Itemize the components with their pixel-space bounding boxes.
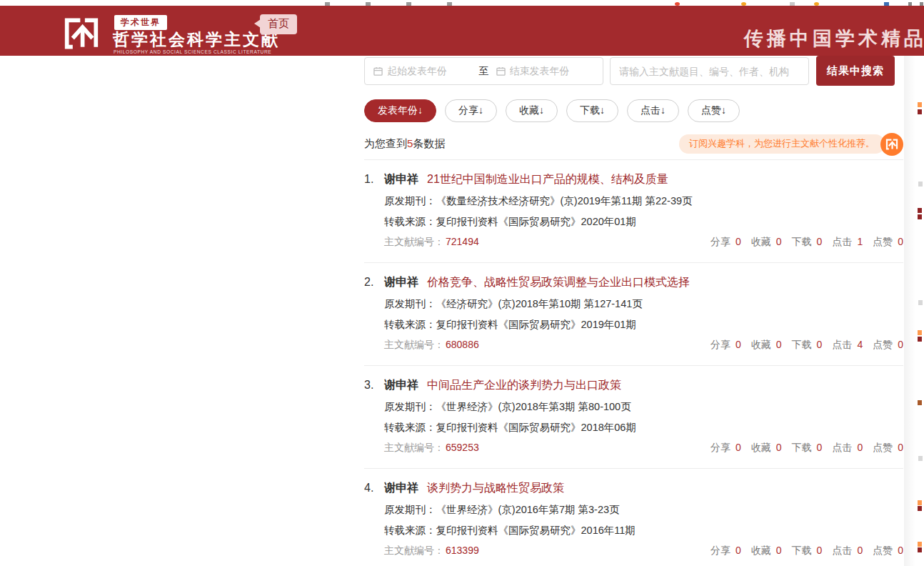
- end-year-field[interactable]: 结束发表年份: [510, 65, 595, 78]
- result-number: 4.: [364, 482, 384, 495]
- page-edge-artifact: [918, 506, 922, 511]
- result-author[interactable]: 谢申祥: [384, 378, 418, 393]
- result-item: 3. 谢申祥 中间品生产企业的谈判势力与出口政策 原发期刊：《世界经济》(京)2…: [364, 365, 903, 468]
- sort-download-button[interactable]: 下载↓: [566, 99, 618, 122]
- result-count-text: 为您查到5条数据: [364, 137, 445, 151]
- calendar-icon: [496, 66, 506, 76]
- bookmarks-bar: [0, 0, 924, 6]
- page-edge-artifact: [918, 400, 922, 405]
- page-edge-artifact: [918, 109, 922, 114]
- result-title-link[interactable]: 中间品生产企业的谈判势力与出口政策: [427, 378, 621, 393]
- result-title-link[interactable]: 谈判势力与战略性贸易政策: [427, 481, 564, 496]
- journal-value: 《世界经济》(京)2018年第3期 第80-100页: [436, 401, 631, 412]
- journal-value: 《数量经济技术经济研究》(京)2019年第11期 第22-39页: [436, 195, 693, 207]
- doc-id-label: 主文献编号：: [384, 442, 444, 455]
- site-logo-icon: [63, 17, 100, 50]
- result-stats: 分享0 收藏0 下载0 点击0 点赞0: [710, 442, 903, 455]
- result-title-link[interactable]: 价格竞争、战略性贸易政策调整与企业出口模式选择: [427, 275, 690, 290]
- to-label: 至: [479, 65, 489, 78]
- brand-badge: 学术世界: [114, 15, 167, 30]
- reprint-label: 转载来源：: [384, 525, 436, 536]
- keyword-search-input[interactable]: [610, 57, 809, 85]
- doc-id-label: 主文献编号：: [384, 545, 444, 557]
- reprint-label: 转载来源：: [384, 422, 436, 433]
- page-edge-artifact: [918, 330, 922, 335]
- result-title-link[interactable]: 21世纪中国制造业出口产品的规模、结构及质量: [427, 172, 668, 187]
- calendar-icon: [373, 66, 383, 76]
- site-header: 学术世界 哲学社会科学主文献 PHILOSOPHY AND SOCIAL SCI…: [0, 6, 924, 56]
- sort-favorite-button[interactable]: 收藏↓: [506, 99, 558, 122]
- start-year-field[interactable]: 起始发表年份: [387, 65, 472, 78]
- result-item: 1. 谢申祥 21世纪中国制造业出口产品的规模、结构及质量 原发期刊：《数量经济…: [364, 159, 903, 262]
- page-edge-artifact: [918, 542, 922, 547]
- doc-id-value: 659253: [446, 442, 479, 453]
- subscribe-recommend-banner[interactable]: 订阅兴趣学科，为您进行主文献个性化推荐。: [679, 134, 885, 154]
- reprint-value: 复印报刊资料《国际贸易研究》2016年11期: [436, 525, 636, 536]
- journal-label: 原发期刊：: [384, 195, 436, 207]
- page-edge-artifact: [918, 182, 923, 187]
- reprint-label: 转载来源：: [384, 319, 436, 330]
- result-author[interactable]: 谢申祥: [384, 275, 418, 290]
- page-edge-artifact: [918, 500, 922, 505]
- page-edge-artifact: [918, 456, 923, 461]
- result-author[interactable]: 谢申祥: [384, 481, 418, 496]
- recommend-logo-icon[interactable]: [880, 133, 903, 156]
- journal-label: 原发期刊：: [384, 504, 436, 515]
- site-title: 哲学社会科学主文献: [113, 29, 280, 51]
- reprint-label: 转载来源：: [384, 216, 436, 227]
- doc-id-value: 680886: [446, 339, 479, 350]
- result-stats: 分享0 收藏0 下载0 点击1 点赞0: [710, 236, 903, 249]
- result-item: 2. 谢申祥 价格竞争、战略性贸易政策调整与企业出口模式选择 原发期刊：《经济研…: [364, 262, 903, 365]
- result-number: 3.: [364, 379, 384, 392]
- page-edge-shadow: [904, 56, 915, 566]
- journal-value: 《世界经济》(京)2016年第7期 第3-23页: [436, 504, 620, 515]
- search-in-results-button[interactable]: 结果中搜索: [816, 56, 895, 86]
- reprint-value: 复印报刊资料《国际贸易研究》2019年01期: [436, 319, 636, 330]
- page-edge-artifact: [918, 547, 922, 552]
- page-edge-artifact: [918, 214, 922, 219]
- page-edge-artifact: [918, 208, 922, 213]
- sort-share-button[interactable]: 分享↓: [445, 99, 497, 122]
- site-subtitle: PHILOSOPHY AND SOCIAL SCIENCES CLASSIC L…: [114, 49, 271, 54]
- doc-id-label: 主文献编号：: [384, 339, 444, 352]
- result-number: 1.: [364, 173, 384, 186]
- page-edge-artifact: [918, 102, 922, 107]
- doc-id-label: 主文献编号：: [384, 236, 444, 249]
- sort-click-button[interactable]: 点击↓: [627, 99, 679, 122]
- reprint-value: 复印报刊资料《国际贸易研究》2020年01期: [436, 216, 636, 227]
- result-author[interactable]: 谢申祥: [384, 172, 418, 187]
- journal-label: 原发期刊：: [384, 401, 436, 412]
- sort-like-button[interactable]: 点赞↓: [688, 99, 740, 122]
- home-tab[interactable]: 首页: [260, 14, 297, 34]
- journal-value: 《经济研究》(京)2018年第10期 第127-141页: [436, 298, 643, 309]
- result-stats: 分享0 收藏0 下载0 点击0 点赞0: [710, 545, 903, 557]
- result-number: 2.: [364, 276, 384, 289]
- result-item: 4. 谢申祥 谈判势力与战略性贸易政策 原发期刊：《世界经济》(京)2016年第…: [364, 468, 903, 566]
- search-bar: 起始发表年份 至 结束发表年份 结果中搜索: [364, 56, 903, 93]
- doc-id-value: 721494: [446, 236, 479, 247]
- doc-id-value: 613399: [446, 545, 479, 556]
- result-stats: 分享0 收藏0 下载0 点击4 点赞0: [710, 339, 903, 352]
- page-edge-artifact: [918, 337, 922, 342]
- sort-publish-year-button[interactable]: 发表年份↓: [364, 99, 436, 122]
- journal-label: 原发期刊：: [384, 298, 436, 309]
- sort-toolbar: 发表年份↓ 分享↓ 收藏↓ 下载↓ 点击↓ 点赞↓: [364, 93, 903, 129]
- header-slogan: 传播中国学术精品: [744, 26, 924, 51]
- reprint-value: 复印报刊资料《国际贸易研究》2018年06期: [436, 422, 636, 433]
- page-edge-artifact: [918, 300, 923, 305]
- publish-year-range-box: 起始发表年份 至 结束发表年份: [364, 57, 603, 85]
